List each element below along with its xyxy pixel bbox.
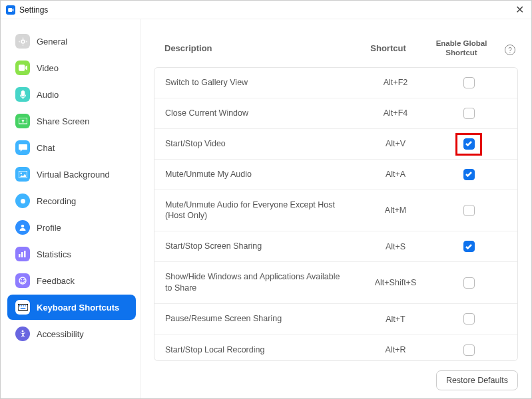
svg-point-8 xyxy=(21,279,22,281)
svg-rect-1 xyxy=(19,171,27,178)
titlebar: Settings ✕ xyxy=(1,1,531,19)
table-row: Start/Stop Screen SharingAlt+S xyxy=(154,231,517,262)
svg-rect-12 xyxy=(21,305,21,306)
sidebar-item-accessibility[interactable]: Accessibility xyxy=(7,321,136,346)
shortcut-description: Switch to Gallery View xyxy=(165,77,352,88)
restore-defaults-button[interactable]: Restore Defaults xyxy=(436,370,518,390)
nav-label: Virtual Background xyxy=(37,170,110,180)
enable-global-checkbox[interactable] xyxy=(463,277,475,289)
enable-cell xyxy=(439,205,499,216)
nav-label: Feedback xyxy=(37,276,75,286)
table-row: Show/Hide Windows and Applications Avail… xyxy=(154,262,517,304)
help-icon[interactable]: ? xyxy=(505,45,515,55)
table-row: Start/Stop Local RecordingAlt+R xyxy=(154,334,517,361)
shortcut-keys[interactable]: Alt+A xyxy=(352,170,439,179)
shortcut-description: Start/Stop Local Recording xyxy=(165,344,352,356)
table-row: Switch to Gallery ViewAlt+F2 xyxy=(154,68,517,98)
nav-label: Chat xyxy=(37,143,55,153)
shortcut-keys[interactable]: Alt+M xyxy=(352,205,439,215)
enable-cell xyxy=(439,77,499,88)
shortcuts-table[interactable]: Switch to Gallery ViewAlt+F2Close Curren… xyxy=(154,67,518,361)
svg-point-2 xyxy=(20,172,21,174)
sidebar-item-general[interactable]: General xyxy=(7,29,136,54)
enable-cell xyxy=(439,138,499,150)
enable-cell xyxy=(439,277,499,289)
sidebar-item-virtual-background[interactable]: Virtual Background xyxy=(7,162,136,187)
gear-icon xyxy=(15,34,30,49)
nav-label: Audio xyxy=(37,90,59,100)
sidebar-item-recording[interactable]: Recording xyxy=(7,188,136,213)
sidebar-item-video[interactable]: Video xyxy=(7,55,136,80)
sidebar-item-chat[interactable]: Chat xyxy=(7,135,136,160)
nav-label: Accessibility xyxy=(37,329,84,339)
svg-rect-4 xyxy=(19,254,21,257)
table-row: Close Current WindowAlt+F4 xyxy=(154,98,517,129)
svg-rect-14 xyxy=(25,305,25,306)
share-screen-icon xyxy=(15,114,30,128)
stats-icon xyxy=(15,247,30,261)
sidebar-item-share-screen[interactable]: Share Screen xyxy=(7,108,136,134)
sidebar-item-audio[interactable]: Audio xyxy=(7,82,136,107)
shortcut-keys[interactable]: Alt+T xyxy=(352,315,439,324)
shortcut-keys[interactable]: Alt+Shift+S xyxy=(352,278,439,287)
shortcut-description: Pause/Resume Screen Sharing xyxy=(165,313,352,325)
table-row: Start/Stop VideoAlt+V xyxy=(154,129,517,160)
enable-cell xyxy=(439,313,499,325)
video-icon xyxy=(15,61,30,75)
image-icon xyxy=(15,167,30,182)
enable-global-checkbox[interactable] xyxy=(463,169,475,180)
close-icon[interactable]: ✕ xyxy=(513,3,526,16)
shortcut-keys[interactable]: Alt+V xyxy=(352,139,439,148)
shortcut-description: Show/Hide Windows and Applications Avail… xyxy=(165,271,352,294)
app-icon xyxy=(6,5,15,15)
svg-point-9 xyxy=(23,279,25,281)
nav-label: Statistics xyxy=(37,249,71,259)
svg-rect-10 xyxy=(18,304,28,310)
accessibility-icon xyxy=(15,327,30,341)
chat-icon xyxy=(15,140,30,155)
enable-global-checkbox[interactable] xyxy=(463,205,475,216)
svg-rect-15 xyxy=(20,308,25,309)
nav-label: Video xyxy=(37,63,59,73)
enable-global-checkbox[interactable] xyxy=(463,241,475,252)
sidebar-item-statistics[interactable]: Statistics xyxy=(7,241,136,267)
header-enable-global: Enable Global Shortcut xyxy=(431,39,491,58)
nav-label: General xyxy=(37,37,67,47)
shortcut-description: Mute/Unmute Audio for Everyone Except Ho… xyxy=(165,200,352,222)
enable-cell xyxy=(439,344,499,356)
smiley-icon xyxy=(15,273,30,288)
enable-cell xyxy=(439,108,499,119)
nav-label: Recording xyxy=(37,196,76,206)
window-title: Settings xyxy=(19,5,48,15)
enable-global-checkbox[interactable] xyxy=(463,77,475,88)
shortcut-description: Close Current Window xyxy=(165,108,352,119)
shortcut-keys[interactable]: Alt+F2 xyxy=(352,78,439,87)
svg-rect-13 xyxy=(23,305,23,306)
nav-label: Profile xyxy=(37,223,61,233)
record-icon xyxy=(15,194,30,208)
table-row: Mute/Unmute Audio for Everyone Except Ho… xyxy=(154,190,517,232)
header-shortcut: Shortcut xyxy=(345,43,431,53)
sidebar-item-profile[interactable]: Profile xyxy=(7,215,136,240)
table-row: Mute/Unmute My AudioAlt+A xyxy=(154,160,517,190)
shortcut-keys[interactable]: Alt+F4 xyxy=(352,108,439,118)
sidebar: General Video Audio Share Screen Chat Vi… xyxy=(1,19,140,398)
shortcut-description: Mute/Unmute My Audio xyxy=(165,169,352,180)
person-icon xyxy=(15,220,30,235)
shortcut-description: Start/Stop Screen Sharing xyxy=(165,241,352,252)
sidebar-item-keyboard-shortcuts[interactable]: Keyboard Shortcuts xyxy=(7,295,136,320)
enable-global-checkbox[interactable] xyxy=(463,344,475,356)
enable-global-checkbox[interactable] xyxy=(463,108,475,119)
shortcut-keys[interactable]: Alt+R xyxy=(352,345,439,354)
nav-label: Keyboard Shortcuts xyxy=(37,303,119,313)
enable-global-checkbox[interactable] xyxy=(463,138,475,150)
header-description: Description xyxy=(164,43,345,53)
table-header: Description Shortcut Enable Global Short… xyxy=(154,33,518,67)
audio-icon xyxy=(15,87,30,102)
keyboard-icon xyxy=(15,300,30,315)
shortcut-description: Start/Stop Video xyxy=(165,138,352,150)
enable-global-checkbox[interactable] xyxy=(463,313,475,325)
svg-point-16 xyxy=(22,331,24,332)
shortcut-keys[interactable]: Alt+S xyxy=(352,242,439,251)
sidebar-item-feedback[interactable]: Feedback xyxy=(7,268,136,293)
